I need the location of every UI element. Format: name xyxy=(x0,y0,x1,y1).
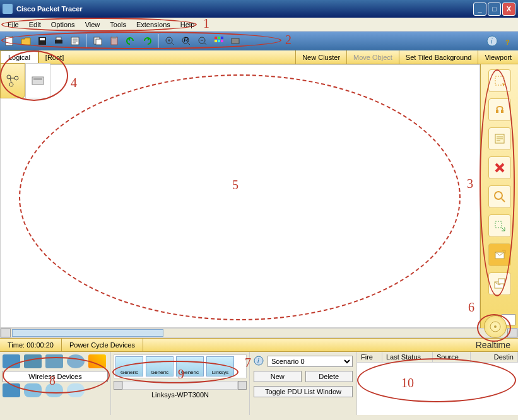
place-note-icon[interactable] xyxy=(488,127,511,150)
custom-device-icon[interactable] xyxy=(228,34,242,48)
scroll-thumb[interactable] xyxy=(12,329,163,337)
devlist-scroll-right-icon[interactable] xyxy=(238,381,247,390)
device-thumb-row: Generic Generic Generic Linksys xyxy=(114,354,247,378)
time-label: Time: 00:00:20 xyxy=(0,339,62,351)
right-tool-panel xyxy=(480,64,518,328)
physical-view-icon[interactable] xyxy=(25,63,50,98)
device-thumb-linksys[interactable]: Linksys xyxy=(206,356,234,376)
workspace-row xyxy=(0,64,518,328)
logical-view-icon[interactable] xyxy=(0,63,25,98)
scroll-left-icon[interactable] xyxy=(1,329,11,337)
minimize-button[interactable]: _ xyxy=(473,3,486,16)
set-tiled-background-button[interactable]: Set Tiled Background xyxy=(399,50,478,64)
connection-category-icon[interactable] xyxy=(88,354,106,368)
menu-file[interactable]: File xyxy=(3,20,24,30)
menu-help[interactable]: Help xyxy=(175,20,200,30)
device-thumb-generic-3[interactable]: Generic xyxy=(176,356,204,376)
pdu-col-fire[interactable]: Fire xyxy=(357,352,382,362)
pdu-col-last-status[interactable]: Last Status xyxy=(382,352,433,362)
device-list-pane: Generic Generic Generic Linksys Linksys-… xyxy=(110,352,249,415)
move-object-button[interactable]: Move Object xyxy=(346,50,399,64)
scenario-new-button[interactable]: New xyxy=(254,371,302,382)
viewport-button[interactable]: Viewport xyxy=(478,50,518,64)
logical-tab[interactable]: Logical xyxy=(0,50,38,64)
add-simple-pdu-icon[interactable] xyxy=(488,243,511,266)
logical-bar: Logical [Root] New Cluster Move Object S… xyxy=(0,50,518,64)
menu-edit[interactable]: Edit xyxy=(24,20,46,30)
inspect-tool-icon[interactable] xyxy=(488,185,511,208)
device-category-pane: Wireless Devices xyxy=(0,352,110,415)
svg-rect-3 xyxy=(55,40,62,44)
resize-tool-icon[interactable] xyxy=(488,214,511,237)
hub-category-icon[interactable] xyxy=(45,354,63,368)
menu-extensions[interactable]: Extensions xyxy=(131,20,175,30)
toggle-pdu-list-button[interactable]: Toggle PDU List Window xyxy=(254,386,353,397)
open-file-icon[interactable] xyxy=(19,34,33,48)
menu-tools[interactable]: Tools xyxy=(105,20,131,30)
undo-icon[interactable] xyxy=(124,34,138,48)
select-tool-icon[interactable] xyxy=(488,69,511,92)
device-thumb-generic-1[interactable]: Generic xyxy=(115,356,143,376)
svg-text:?: ? xyxy=(505,38,510,46)
selected-model-label: Linksys-WPT300N xyxy=(114,390,247,399)
svg-rect-14 xyxy=(215,37,217,39)
print-icon[interactable] xyxy=(52,34,66,48)
activity-wizard-icon[interactable] xyxy=(68,34,82,48)
add-complex-pdu-icon[interactable] xyxy=(488,272,511,295)
device-list-scroll[interactable] xyxy=(114,381,247,390)
router-category-icon[interactable] xyxy=(3,354,20,368)
svg-rect-18 xyxy=(218,40,220,42)
svg-rect-19 xyxy=(221,40,223,42)
zoom-in-icon[interactable] xyxy=(163,34,177,48)
menu-options[interactable]: Options xyxy=(46,20,80,30)
power-cycle-button[interactable]: Power Cycle Devices xyxy=(62,339,143,351)
wireless-category-icon[interactable] xyxy=(67,354,85,368)
device-thumb-generic-2[interactable]: Generic xyxy=(146,356,174,376)
switch-category-icon[interactable] xyxy=(24,354,42,368)
scenario-info-icon[interactable]: i xyxy=(254,356,264,367)
svg-rect-30 xyxy=(498,279,505,284)
wan-category-icon[interactable] xyxy=(24,383,42,397)
svg-rect-20 xyxy=(232,38,239,44)
multiuser-category-icon[interactable] xyxy=(67,383,85,397)
svg-rect-4 xyxy=(56,37,61,40)
info-icon[interactable]: i xyxy=(485,34,499,48)
draw-palette-icon[interactable] xyxy=(212,34,226,48)
scenario-delete-button[interactable]: Delete xyxy=(305,371,353,382)
move-tool-icon[interactable] xyxy=(488,98,511,121)
svg-rect-27 xyxy=(495,221,502,228)
new-cluster-button[interactable]: New Cluster xyxy=(295,50,346,64)
pdu-col-destin[interactable]: Destin xyxy=(471,352,518,362)
pdu-header-row: Fire Last Status Source Destin xyxy=(357,352,518,363)
realtime-simulation-widget xyxy=(480,314,515,339)
main-toolbar: R i ? xyxy=(0,32,518,50)
end-device-category-icon[interactable] xyxy=(3,383,20,397)
redo-icon[interactable] xyxy=(140,34,154,48)
devlist-scroll-left-icon[interactable] xyxy=(114,381,122,390)
svg-point-26 xyxy=(495,192,502,199)
pdu-col-source[interactable]: Source xyxy=(433,352,471,362)
maximize-button[interactable]: □ xyxy=(488,3,501,16)
scenario-select[interactable]: Scenario 0 xyxy=(268,356,353,367)
help-icon[interactable]: ? xyxy=(502,34,515,48)
svg-rect-17 xyxy=(215,40,217,42)
root-breadcrumb[interactable]: [Root] xyxy=(38,50,70,64)
svg-rect-2 xyxy=(40,38,45,40)
workspace-hscroll[interactable] xyxy=(0,328,518,338)
new-file-icon[interactable] xyxy=(3,34,16,48)
zoom-reset-icon[interactable]: R xyxy=(179,34,193,48)
save-icon[interactable] xyxy=(35,34,49,48)
svg-point-37 xyxy=(494,325,497,328)
copy-icon[interactable] xyxy=(91,34,105,48)
menu-view[interactable]: View xyxy=(80,20,105,30)
close-button[interactable]: X xyxy=(502,3,515,16)
delete-tool-icon[interactable] xyxy=(488,156,511,179)
paste-icon[interactable] xyxy=(107,34,121,48)
custom-category-icon[interactable] xyxy=(45,383,63,397)
svg-rect-7 xyxy=(96,39,102,45)
svg-rect-34 xyxy=(32,77,44,85)
zoom-out-icon[interactable] xyxy=(196,34,209,48)
workspace-canvas[interactable] xyxy=(0,64,480,328)
realtime-mode-icon[interactable] xyxy=(484,315,507,338)
svg-text:R: R xyxy=(184,36,189,44)
